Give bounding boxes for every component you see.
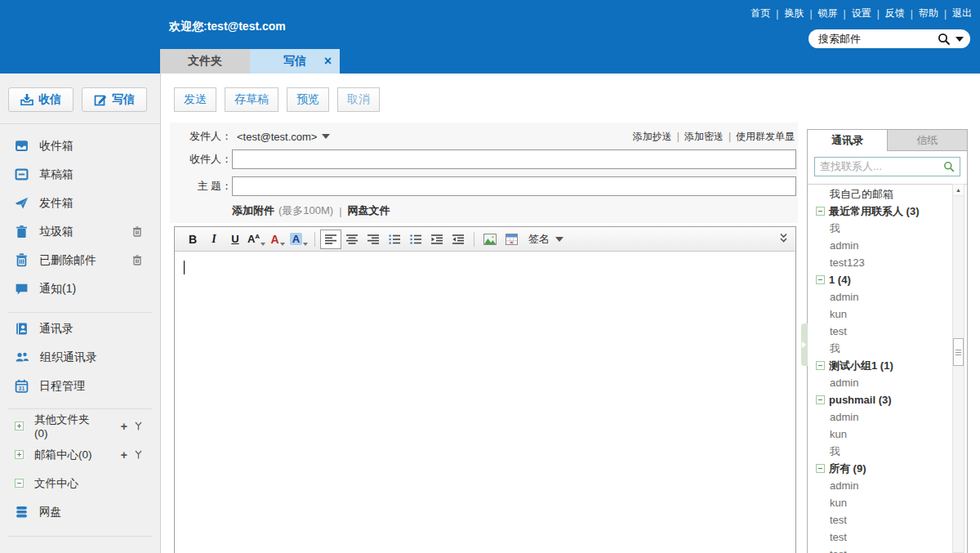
contact-tree-item[interactable]: admin bbox=[808, 408, 967, 426]
contact-tree-item[interactable]: admin bbox=[808, 477, 967, 494]
contact-list-scrollbar[interactable]: ▲ bbox=[952, 184, 964, 553]
contact-tree-item[interactable]: 我 bbox=[808, 443, 967, 460]
compose-mail-button[interactable]: 写信 bbox=[82, 87, 147, 112]
tab-compose[interactable]: 写信 × bbox=[250, 49, 340, 74]
contact-tree-item[interactable]: admin bbox=[808, 237, 967, 254]
sidebar-item-file-center[interactable]: 文件中心 bbox=[0, 469, 160, 497]
recipient-option-item[interactable]: 添加密送 bbox=[672, 130, 724, 144]
collapse-group-icon[interactable] bbox=[816, 395, 825, 404]
contact-tree-item[interactable]: test bbox=[808, 546, 967, 553]
search-options-caret-icon[interactable] bbox=[956, 37, 964, 42]
sidebar-item-inbox[interactable]: 收件箱 bbox=[0, 132, 160, 160]
highlight-color-button[interactable]: A bbox=[288, 230, 310, 249]
italic-button[interactable]: I bbox=[203, 230, 225, 249]
contact-tree-item[interactable]: 1 (4) bbox=[808, 271, 967, 288]
send-button[interactable]: 发送 bbox=[174, 87, 216, 112]
empty-junk-button[interactable] bbox=[132, 226, 142, 237]
insert-image-button[interactable] bbox=[479, 230, 501, 249]
contact-search-icon[interactable] bbox=[943, 161, 955, 172]
manage-folder-icon[interactable] bbox=[135, 421, 142, 430]
collapse-panel-handle[interactable] bbox=[801, 323, 808, 366]
editor-body[interactable] bbox=[175, 252, 795, 553]
close-tab-icon[interactable]: × bbox=[324, 55, 332, 68]
top-nav-item[interactable]: 首页 bbox=[751, 7, 770, 20]
expand-icon[interactable] bbox=[15, 421, 24, 430]
more-tools-button[interactable] bbox=[779, 232, 788, 247]
sidebar-item-mail-center[interactable]: 邮箱中心(0) + bbox=[0, 440, 160, 469]
contact-tree-item[interactable]: kun bbox=[808, 426, 967, 443]
top-nav-item[interactable]: 换肤 bbox=[770, 7, 804, 20]
collapse-icon[interactable] bbox=[15, 479, 24, 488]
collapse-group-icon[interactable] bbox=[816, 361, 825, 370]
sidebar-item-calendar[interactable]: 31 日程管理 bbox=[0, 372, 160, 400]
align-left-button[interactable] bbox=[320, 230, 341, 249]
contact-tree-item[interactable]: 最近常用联系人 (3) bbox=[808, 203, 967, 220]
contact-tree-item[interactable]: admin bbox=[808, 374, 967, 391]
align-right-button[interactable] bbox=[363, 230, 384, 249]
recipient-option-item[interactable]: 使用群发单显 bbox=[724, 130, 795, 144]
search-icon[interactable] bbox=[938, 33, 951, 46]
signature-dropdown[interactable]: 签名 bbox=[522, 230, 570, 249]
add-folder-icon[interactable]: + bbox=[121, 449, 127, 461]
top-nav-item[interactable]: 锁屏 bbox=[804, 7, 837, 20]
from-address[interactable]: <test@test.com> bbox=[237, 131, 317, 143]
top-nav-link[interactable]: 首页 bbox=[751, 7, 770, 20]
font-size-button[interactable]: AA bbox=[246, 230, 267, 249]
recipient-option-link[interactable]: 使用群发单显 bbox=[736, 130, 795, 144]
contact-tree-item[interactable]: kun bbox=[808, 305, 967, 323]
top-nav-item[interactable]: 反馈 bbox=[871, 7, 905, 20]
sidebar-item-junk[interactable]: 垃圾箱 bbox=[0, 217, 160, 246]
contact-tree-item[interactable]: 测试小组1 (1) bbox=[808, 357, 967, 374]
top-nav-link[interactable]: 锁屏 bbox=[818, 7, 838, 20]
font-color-button[interactable]: A bbox=[267, 230, 288, 249]
top-nav-item[interactable]: 帮助 bbox=[905, 7, 938, 20]
align-center-button[interactable] bbox=[341, 230, 363, 249]
contact-tree-item[interactable]: admin bbox=[808, 288, 967, 305]
recipient-option-link[interactable]: 添加密送 bbox=[684, 130, 724, 144]
outdent-button[interactable] bbox=[448, 230, 469, 249]
ordered-list-button[interactable] bbox=[384, 230, 405, 249]
top-nav-link[interactable]: 设置 bbox=[852, 7, 871, 20]
sidebar-item-contacts[interactable]: 通讯录 bbox=[0, 314, 160, 343]
contact-tree-item[interactable]: test bbox=[808, 323, 967, 340]
preview-button[interactable]: 预览 bbox=[287, 87, 329, 112]
sidebar-item-netdisk[interactable]: 网盘 bbox=[0, 497, 160, 526]
add-folder-icon[interactable]: + bbox=[121, 421, 127, 432]
sidebar-item-deleted[interactable]: 已删除邮件 bbox=[0, 246, 160, 274]
empty-deleted-button[interactable] bbox=[132, 255, 142, 265]
bullet-list-button[interactable] bbox=[405, 230, 426, 249]
recipient-option-item[interactable]: 添加抄送 bbox=[633, 130, 672, 144]
indent-button[interactable] bbox=[426, 230, 448, 249]
top-nav-item[interactable]: 退出 bbox=[938, 7, 972, 20]
manage-folder-icon[interactable] bbox=[135, 450, 142, 459]
top-nav-link[interactable]: 反馈 bbox=[885, 7, 905, 20]
cancel-button[interactable]: 取消 bbox=[337, 87, 380, 112]
recipient-option-link[interactable]: 添加抄送 bbox=[633, 130, 672, 144]
to-input[interactable] bbox=[232, 149, 796, 169]
from-dropdown-caret-icon[interactable] bbox=[322, 134, 330, 139]
sidebar-item-other-folders[interactable]: 其他文件夹(0) + bbox=[0, 412, 160, 440]
scroll-up-icon[interactable]: ▲ bbox=[953, 185, 964, 196]
contact-tree-item[interactable]: kun bbox=[808, 494, 967, 511]
collapse-group-icon[interactable] bbox=[816, 275, 825, 284]
save-draft-button[interactable]: 存草稿 bbox=[225, 87, 278, 112]
sidebar-item-notifications[interactable]: 通知(1) bbox=[0, 274, 160, 303]
contact-tree-item[interactable]: 我自己的邮箱 bbox=[808, 185, 967, 203]
contact-tree-item[interactable]: 我 bbox=[808, 340, 967, 357]
top-nav-link[interactable]: 换肤 bbox=[784, 7, 804, 20]
sidebar-item-org-contacts[interactable]: 组织通讯录 bbox=[0, 343, 160, 372]
contact-search-box[interactable]: 查找联系人... bbox=[814, 157, 960, 176]
tab-stationery[interactable]: 信纸 bbox=[888, 130, 967, 151]
netdisk-file-link[interactable]: 网盘文件 bbox=[348, 203, 390, 218]
add-attachment-link[interactable]: 添加附件 bbox=[232, 203, 274, 218]
top-nav-item[interactable]: 设置 bbox=[838, 7, 871, 20]
bold-button[interactable]: B bbox=[182, 230, 203, 249]
contact-tree-item[interactable]: test bbox=[808, 511, 967, 528]
scrollbar-thumb[interactable] bbox=[953, 338, 964, 366]
contact-tree-item[interactable]: 我 bbox=[808, 220, 967, 237]
top-nav-link[interactable]: 退出 bbox=[952, 7, 972, 20]
mail-search-box[interactable]: 搜索邮件 bbox=[808, 29, 970, 48]
expand-icon[interactable] bbox=[15, 450, 24, 459]
tab-folders[interactable]: 文件夹 bbox=[160, 49, 250, 74]
contact-tree-item[interactable]: 所有 (9) bbox=[808, 460, 967, 477]
